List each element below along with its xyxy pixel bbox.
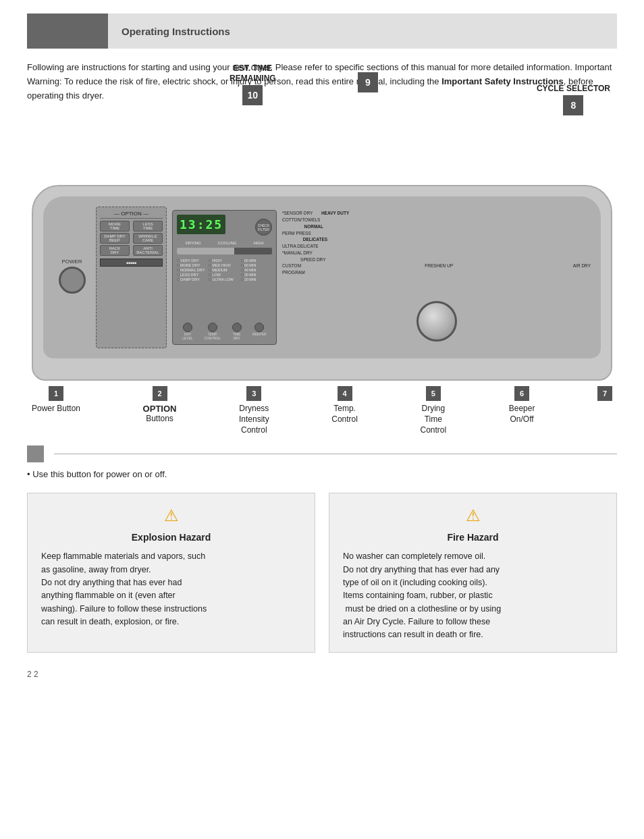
fire-hazard-text: No washer can completely remove oil. Do … — [343, 550, 603, 642]
air-dry-label: AIR DRY — [573, 263, 591, 276]
temp-control-label: TEMP.CONTROL — [205, 332, 221, 340]
normal-label: NORMAL — [282, 223, 591, 230]
beeper-button[interactable] — [254, 323, 264, 332]
diagram-wrapper: EST. TIMEREMAINING 10 9 CYCLE SELECTOR 8… — [27, 117, 617, 435]
page-number: 2 2 — [27, 670, 617, 679]
display-labels: DRYING COOLING HIGH — [177, 241, 272, 245]
label-item-4: 4 Temp.Control — [331, 386, 358, 425]
normal-dry-option: NORMAL DRY — [177, 268, 208, 272]
fire-hazard-box: ⚠ Fire Hazard No washer can completely r… — [329, 493, 617, 653]
num-1: 1 — [49, 386, 63, 401]
cycle-selector-title: CYCLE SELECTOR — [537, 84, 610, 93]
section-box — [27, 445, 44, 462]
dryer-inner: POWER — OPTION — MORETIME LESSTIME DAMP … — [43, 196, 601, 358]
page: Operating Instructions Following are ins… — [0, 0, 644, 699]
rack-dry-button[interactable]: RACKDRY — [100, 245, 130, 256]
drying-label: DRYING — [186, 241, 201, 245]
speed-dry-label: SPEED DRY — [282, 256, 591, 263]
label-9: 9 — [358, 70, 378, 92]
delicates-label: DELICATES — [282, 236, 591, 243]
cycle-selector-knob[interactable] — [417, 301, 457, 342]
section-divider — [27, 445, 617, 462]
power-label-top: POWER — [61, 259, 82, 265]
num-3: 3 — [246, 386, 261, 401]
label-item-6: 6 BeeperOn/Off — [509, 386, 535, 425]
more-dry-option: MORE DRY — [177, 263, 208, 267]
fire-warning-icon: ⚠ — [343, 504, 603, 528]
label-item-5: 5 DryingTimeControl — [420, 386, 446, 435]
dry-level-button[interactable] — [183, 323, 192, 332]
very-dry-option: VERY DRY — [177, 259, 208, 263]
60min-option: 60 MIN — [241, 259, 272, 263]
label-text-6: BeeperOn/Off — [509, 404, 535, 425]
dry-level-label: DRYLEVEL — [182, 332, 193, 340]
check-filter-indicator: CHECKFILTER — [255, 219, 272, 236]
freshen-up-label: FRESHEN UP — [425, 263, 453, 276]
control-button-row: DRYLEVEL TEMP.CONTROL TIMEDRY BEEPE — [177, 320, 272, 340]
time-dry-label: TIMEDRY — [233, 332, 241, 340]
dry-level-col: DRYLEVEL — [182, 323, 193, 340]
diagram-labels: 1 Power Button 2 OPTION Buttons 3 Drynes… — [32, 386, 612, 435]
explosion-warning-icon: ⚠ — [41, 504, 301, 528]
est-time-title: EST. TIMEREMAINING — [230, 63, 276, 83]
ultra-low-option: ULTRA LOW — [209, 277, 240, 281]
low-option: LOW — [209, 273, 240, 277]
custom-program-col: CUSTOMPROGRAM — [282, 263, 305, 276]
label-item-1: 1 Power Button — [32, 386, 80, 414]
option-row-2: DAMP DRYBEEP WRINKLECARE — [100, 233, 163, 244]
num-2: 2 — [153, 386, 167, 401]
num-6: 6 — [514, 386, 529, 401]
damp-dry-beep-button[interactable]: DAMP DRYBEEP — [100, 233, 130, 244]
40min-option: 40 MIN — [241, 268, 272, 272]
temp-control-col: TEMP.CONTROL — [205, 323, 221, 340]
header-color-block — [27, 13, 108, 49]
temp-control-button[interactable] — [208, 323, 217, 332]
label-bold-2: OPTION — [143, 404, 177, 414]
wrinkle-care-button[interactable]: WRINKLECARE — [133, 233, 163, 244]
intro-paragraph: Following are instructions for starting … — [27, 61, 617, 103]
num-7: 7 — [597, 386, 612, 401]
options-panel: — OPTION — MORETIME LESSTIME DAMP DRYBEE… — [96, 207, 167, 348]
option-row-3: RACKDRY ANTIBACTERIAL — [100, 245, 163, 256]
preset-display: ■■■■■ — [100, 259, 163, 267]
anti-bacterial-button[interactable]: ANTIBACTERIAL — [133, 245, 163, 256]
number-9: 9 — [358, 72, 378, 92]
beeper-col: BEEPER — [252, 323, 266, 340]
label-text-5: DryingTimeControl — [420, 404, 446, 435]
est-time-label: EST. TIMEREMAINING 10 — [230, 63, 276, 105]
bottom-cycle-labels: CUSTOMPROGRAM FRESHEN UP AIR DRY — [282, 263, 591, 276]
less-dry-option: LESS DRY — [177, 273, 208, 277]
ultra-delicate-label: ULTRA DELICATE — [282, 243, 591, 250]
progress-fill — [177, 248, 234, 254]
medium-high-option: MED HIGH — [209, 263, 240, 267]
explosion-hazard-title: Explosion Hazard — [41, 531, 301, 545]
time-dry-button[interactable] — [232, 323, 242, 332]
label-text-2: Buttons — [146, 414, 173, 425]
explosion-hazard-box: ⚠ Explosion Hazard Keep flammable materi… — [27, 493, 315, 653]
medium-option: MEDIUM — [209, 268, 240, 272]
section-line — [54, 454, 617, 454]
power-button[interactable] — [59, 267, 86, 294]
label-item-7: 7 — [597, 386, 612, 404]
cycle-section: *SENSOR DRY HEAVY DUTY COTTON/TOWELS NOR… — [282, 210, 591, 345]
high-temp-option: HIGH — [209, 259, 240, 263]
options-title: — OPTION — — [100, 211, 163, 219]
power-description: • Use this button for power on or off. — [27, 469, 617, 479]
50min-option: 50 MIN — [241, 263, 272, 267]
fire-hazard-title: Fire Hazard — [343, 531, 603, 545]
30min-option: 30 MIN — [241, 273, 272, 277]
sensor-dry-label: *SENSOR DRY HEAVY DUTY — [282, 210, 591, 217]
beeper-label: BEEPER — [252, 332, 266, 336]
cycle-selector-number: 8 — [563, 95, 583, 115]
num-5: 5 — [426, 386, 441, 401]
power-section: POWER — [53, 259, 90, 296]
perm-press-label: PERM PRESS — [282, 230, 591, 237]
cycle-labels: *SENSOR DRY HEAVY DUTY COTTON/TOWELS NOR… — [282, 210, 591, 276]
header-title: Operating Instructions — [108, 13, 244, 49]
num-4: 4 — [338, 386, 352, 401]
more-time-button[interactable]: MORETIME — [100, 221, 130, 232]
label-item-2: 2 OPTION Buttons — [143, 386, 177, 425]
manual-dry-label: *MANUAL DRY — [282, 250, 591, 256]
cotton-towels-label: COTTON/TOWELS — [282, 217, 591, 223]
less-time-button[interactable]: LESSTIME — [133, 221, 163, 232]
